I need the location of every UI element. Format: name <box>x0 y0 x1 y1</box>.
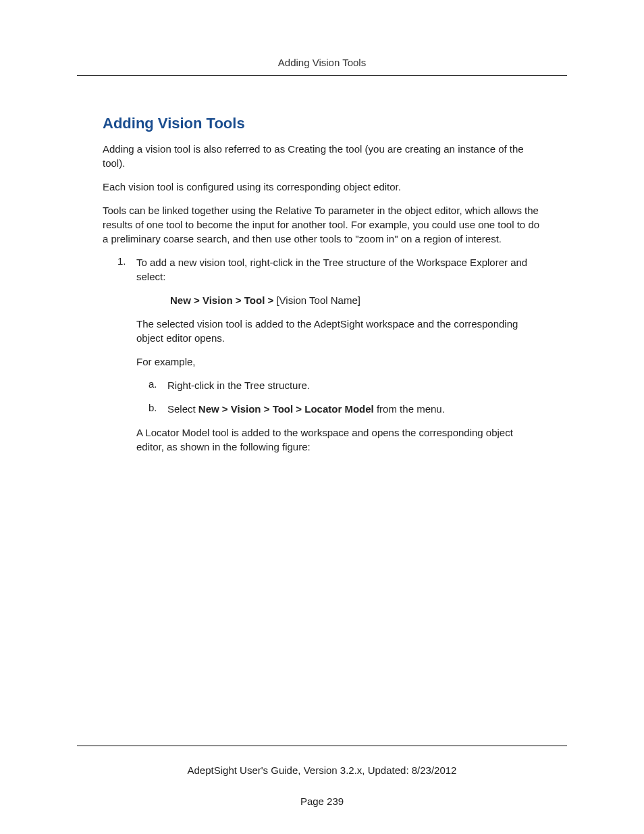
intro-para-3: Tools can be linked together using the R… <box>103 203 541 246</box>
sublist: a. Right-click in the Tree structure. b.… <box>149 378 541 416</box>
step1-menu-bold: New > Vision > Tool > <box>170 294 273 306</box>
footer-rule <box>77 746 567 746</box>
sublist-b-content: Select New > Vision > Tool > Locator Mod… <box>167 402 541 416</box>
list-item-1-content: To add a new vision tool, right-click in… <box>136 255 541 463</box>
list-item-1-marker: 1. <box>117 255 136 463</box>
sublist-a-text: Right-click in the Tree structure. <box>167 378 541 392</box>
intro-para-2: Each vision tool is configured using its… <box>103 180 541 194</box>
document-page: Adding Vision Tools Adding Vision Tools … <box>0 0 644 463</box>
step1-for-example: For example, <box>136 355 541 369</box>
step1-after-sub: A Locator Model tool is added to the wor… <box>136 425 541 454</box>
sublist-item-a: a. Right-click in the Tree structure. <box>149 378 541 392</box>
page-header: Adding Vision Tools <box>77 57 567 76</box>
intro-para-1: Adding a vision tool is also referred to… <box>103 142 541 170</box>
ordered-list: 1. To add a new vision tool, right-click… <box>117 255 541 463</box>
sublist-b-marker: b. <box>149 402 167 416</box>
sublist-item-b: b. Select New > Vision > Tool > Locator … <box>149 402 541 416</box>
section-title: Adding Vision Tools <box>103 115 541 132</box>
footer-guide: AdeptSight User's Guide, Version 3.2.x, … <box>0 764 644 776</box>
list-item-1: 1. To add a new vision tool, right-click… <box>117 255 541 463</box>
step1-menu-rest: [Vision Tool Name] <box>273 294 360 306</box>
step1-menu-path: New > Vision > Tool > [Vision Tool Name] <box>170 293 541 307</box>
step1-text: To add a new vision tool, right-click in… <box>136 255 541 284</box>
step1-after: The selected vision tool is added to the… <box>136 317 541 345</box>
sublist-b-suffix: from the menu. <box>374 403 445 415</box>
header-title: Adding Vision Tools <box>77 57 567 68</box>
footer-page-number: Page 239 <box>0 796 644 807</box>
page-content: Adding Vision Tools Adding a vision tool… <box>77 115 567 463</box>
sublist-b-prefix: Select <box>167 403 198 415</box>
sublist-a-marker: a. <box>149 378 167 392</box>
sublist-b-bold: New > Vision > Tool > Locator Model <box>198 403 374 415</box>
